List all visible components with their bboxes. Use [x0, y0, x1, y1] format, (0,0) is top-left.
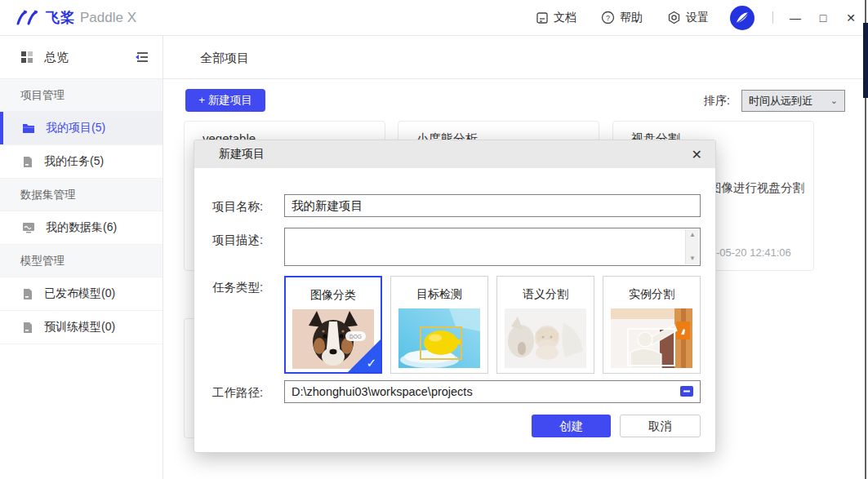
logo-cn-text: 飞桨	[46, 8, 75, 27]
section-header-project-mgmt: 项目管理	[0, 79, 162, 112]
modal-close-icon[interactable]: ✕	[692, 147, 702, 162]
collapse-sidebar-icon[interactable]	[135, 51, 149, 64]
sidebar-item-label: 我的项目(5)	[46, 121, 105, 135]
settings-label: 设置	[686, 11, 709, 25]
instance-segmentation-thumb	[611, 308, 692, 368]
paddle-strokes-icon	[15, 9, 42, 27]
section-header-model-mgmt: 模型管理	[0, 245, 162, 277]
task-card-title: 目标检测	[391, 287, 487, 302]
breadcrumb: 全部项目	[163, 36, 868, 79]
create-button[interactable]: 创建	[532, 415, 611, 437]
docs-button[interactable]: 文档	[536, 11, 576, 25]
sidebar-item-my-datasets[interactable]: 我的数据集(6)	[0, 211, 162, 245]
sidebar-item-pretrained-models[interactable]: 预训练模型(0)	[0, 311, 162, 344]
new-project-modal: 新建项目 ✕ 项目名称: 项目描述: ▲ ▼ 任务类型: 图像分类	[194, 140, 716, 453]
gear-icon	[667, 11, 681, 24]
lemon-detection-thumb	[398, 308, 480, 368]
file-icon	[22, 288, 33, 300]
cancel-button[interactable]: 取消	[620, 415, 701, 437]
docs-label: 文档	[554, 11, 576, 25]
help-label: 帮助	[620, 11, 643, 25]
overview-label: 总览	[44, 50, 69, 65]
project-card-description: 图像进行视盘分割	[710, 180, 868, 196]
sort-label: 排序:	[704, 94, 730, 109]
modal-title: 新建项目	[219, 147, 265, 162]
modal-header: 新建项目 ✕	[194, 140, 715, 168]
sidebar-item-label: 预训练模型(0)	[44, 320, 115, 335]
topbar-actions: 文档 ? 帮助 设置	[511, 6, 857, 30]
active-indicator-bar	[0, 112, 3, 144]
file-icon	[22, 322, 33, 334]
browse-folder-icon[interactable]	[679, 385, 694, 397]
sidebar-item-label: 我的任务(5)	[44, 154, 104, 169]
minimize-button[interactable]: —	[790, 11, 801, 24]
sidebar-item-label: 我的数据集(6)	[46, 220, 117, 235]
project-card-timestamp: -05-20 12:41:06	[716, 246, 791, 259]
scroll-down-icon[interactable]: ▼	[689, 255, 696, 263]
sort-selected-value: 时间从远到近	[749, 94, 812, 109]
project-name-input[interactable]	[284, 194, 701, 217]
settings-button[interactable]: 设置	[667, 11, 709, 25]
task-card-title: 语义分割	[497, 287, 594, 302]
document-icon	[536, 11, 549, 24]
workspace-path-label: 工作路径:	[212, 385, 263, 401]
close-button[interactable]: ✕	[845, 11, 857, 24]
task-card-instance-segmentation[interactable]: 实例分割	[603, 276, 701, 374]
sidebar-overview[interactable]: 总览	[0, 36, 162, 79]
help-button[interactable]: ? 帮助	[601, 11, 643, 25]
window-separator	[772, 11, 773, 24]
sidebar: 总览 项目管理 我的项目(5) 我的任务(5) 数据集管理	[0, 36, 163, 479]
semantic-segmentation-thumb	[505, 308, 586, 368]
task-card-semantic-segmentation[interactable]: 语义分割	[496, 276, 594, 374]
new-project-button[interactable]: + 新建项目	[185, 89, 265, 112]
scroll-up-icon[interactable]: ▲	[689, 231, 696, 239]
dataset-icon	[22, 222, 35, 233]
project-desc-label: 项目描述:	[212, 233, 263, 248]
sidebar-item-my-projects[interactable]: 我的项目(5)	[0, 112, 162, 145]
chevron-down-icon: ⌄	[830, 95, 838, 106]
task-card-image-classification[interactable]: 图像分类 DOG ✓	[284, 276, 382, 374]
svg-text:?: ?	[606, 14, 610, 22]
task-type-label: 任务类型:	[212, 280, 263, 295]
paddlex-window: 飞桨 Paddle X 文档 ? 帮助	[0, 0, 868, 479]
paddle-logo-icon	[733, 9, 751, 27]
logo-en-text: Paddle X	[80, 10, 136, 26]
help-icon: ?	[601, 11, 615, 24]
sidebar-item-published-models[interactable]: 已发布模型(0)	[0, 277, 162, 311]
overview-grid-icon	[20, 51, 33, 64]
workspace-path-field	[284, 380, 701, 403]
project-desc-textarea[interactable]: ▲ ▼	[284, 228, 701, 266]
check-icon: ✓	[366, 356, 376, 370]
paddlex-logo: 飞桨 Paddle X	[15, 8, 136, 27]
background-window-strip	[863, 23, 868, 98]
task-card-title: 实例分割	[603, 287, 700, 302]
textarea-scrollbar[interactable]: ▲ ▼	[685, 229, 699, 264]
folder-icon	[22, 122, 35, 134]
workspace-path-input[interactable]	[285, 381, 677, 402]
project-name-label: 项目名称:	[212, 199, 263, 215]
section-header-dataset-mgmt: 数据集管理	[0, 179, 162, 211]
sort-dropdown[interactable]: 时间从远到近 ⌄	[741, 90, 845, 112]
user-avatar[interactable]	[730, 6, 754, 30]
task-card-title: 图像分类	[286, 288, 381, 303]
file-icon	[22, 156, 33, 168]
sidebar-item-label: 已发布模型(0)	[44, 286, 115, 301]
task-card-object-detection[interactable]: 目标检测	[390, 276, 488, 374]
maximize-button[interactable]: □	[817, 11, 829, 24]
sidebar-item-my-tasks[interactable]: 我的任务(5)	[0, 145, 162, 179]
top-bar: 飞桨 Paddle X 文档 ? 帮助	[0, 0, 868, 36]
